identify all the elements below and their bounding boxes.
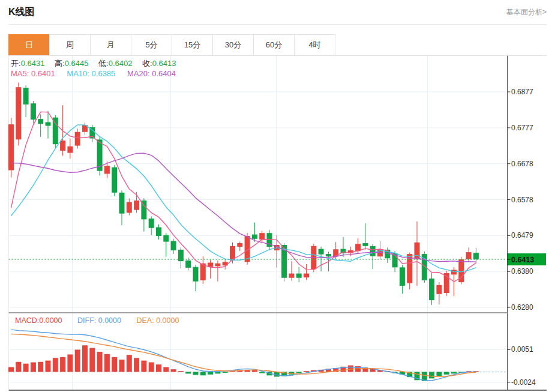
close-value: 0.6413: [152, 59, 176, 68]
candlestick-chart[interactable]: 0.68770.67770.66780.65780.64790.63800.62…: [0, 56, 555, 312]
fundamental-analysis-link[interactable]: 基本面分析>: [506, 7, 547, 17]
kline-widget: K线图 基本面分析> 日 周 月 5分 15分 30分 60分 4时 开:0.6…: [0, 0, 555, 392]
svg-text:0.6479: 0.6479: [511, 231, 533, 240]
high-label: 高:: [55, 59, 65, 68]
ma-legend: MA5: 0.6401 MA10: 0.6385 MA20: 0.6404: [11, 69, 185, 78]
close-label: 收:: [142, 59, 152, 68]
tab-15min[interactable]: 15分: [172, 34, 213, 56]
open-label: 开:: [11, 59, 21, 68]
svg-text:0.6380: 0.6380: [511, 267, 533, 276]
svg-text:0.6877: 0.6877: [511, 88, 533, 96]
tab-month[interactable]: 月: [90, 34, 131, 56]
low-value: 0.6402: [109, 59, 133, 68]
svg-text:0.6678: 0.6678: [511, 160, 533, 168]
page-title: K线图: [8, 6, 35, 19]
svg-text:0.6777: 0.6777: [511, 124, 533, 132]
ma10-legend: MA10: 0.6385: [67, 69, 115, 78]
tab-4hour[interactable]: 4时: [294, 34, 335, 56]
interval-tabs: 日 周 月 5分 15分 30分 60分 4时: [8, 34, 335, 56]
svg-text:0.6578: 0.6578: [511, 196, 533, 204]
diff-value-label: DIFF: 0.0000: [77, 316, 121, 325]
ma5-legend: MA5: 0.6401: [11, 69, 55, 78]
tab-5min[interactable]: 5分: [131, 34, 172, 56]
svg-text:0.6280: 0.6280: [511, 303, 533, 312]
open-value: 0.6431: [21, 59, 45, 68]
macd-legend: MACD:0.0000 DIFF: 0.0000 DEA: 0.0000: [15, 316, 192, 325]
dea-value-label: DEA: 0.0000: [136, 316, 179, 325]
macd-value-label: MACD:0.0000: [15, 316, 62, 325]
svg-text:0.6413: 0.6413: [511, 256, 534, 264]
tab-60min[interactable]: 60分: [253, 34, 295, 56]
low-label: 低:: [98, 59, 109, 68]
header-divider: [8, 24, 547, 25]
svg-text:-0.0024: -0.0024: [511, 378, 536, 387]
svg-text:0.0051: 0.0051: [511, 345, 533, 354]
tab-30min[interactable]: 30分: [212, 34, 254, 56]
tab-week[interactable]: 周: [49, 34, 91, 56]
ma20-legend: MA20: 0.6404: [127, 69, 176, 78]
high-value: 0.6445: [65, 59, 89, 68]
tab-day[interactable]: 日: [8, 34, 50, 56]
ohlc-legend: 开:0.6431 高:0.6445 低:0.6402 收:0.6413: [11, 58, 184, 69]
